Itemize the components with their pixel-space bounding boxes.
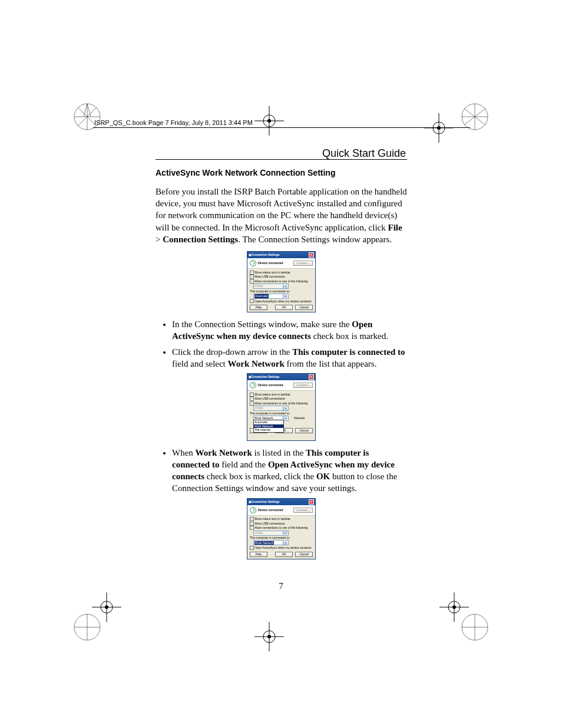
list-item: In the Connection Settings window, make …: [172, 318, 407, 342]
svg-point-16: [433, 122, 445, 134]
open-on-connect-label: Open ActiveSync when my device connects: [254, 299, 312, 304]
allow-conn-checkbox[interactable]: ✓: [250, 401, 254, 406]
connect-button[interactable]: Connect...: [293, 508, 313, 513]
device-status: Device connected: [258, 383, 283, 387]
sync-icon: [250, 382, 256, 388]
dialog-title: Connection Settings: [251, 500, 280, 504]
allow-conn-label: Allow connections to one of the followin…: [254, 279, 308, 284]
open-on-connect-checkbox[interactable]: ✓: [250, 546, 254, 550]
show-status-label: Show status icon in taskbar: [254, 517, 290, 521]
dialog-title: Connection Settings: [251, 375, 280, 379]
dialog-header: Device connected Connect...: [247, 258, 315, 269]
dropdown-option-the-internet[interactable]: The Internet: [254, 428, 283, 432]
help-button[interactable]: Help: [250, 552, 267, 557]
connection-settings-dialog-2: ◉ Connection Settings × Device connected…: [247, 373, 316, 441]
cancel-button[interactable]: Cancel: [295, 552, 313, 557]
svg-point-30: [448, 601, 460, 613]
connected-to-label: This computer is connected to:: [250, 411, 313, 416]
crop-mark-decoration: [73, 613, 101, 641]
allow-usb-label: Allow USB connections: [254, 397, 285, 401]
title-rule: [156, 159, 407, 160]
registration-mark-icon: [92, 592, 121, 622]
show-status-checkbox[interactable]: ✓: [250, 517, 254, 521]
svg-point-23: [462, 614, 488, 640]
allow-usb-label: Allow USB connections: [254, 275, 285, 279]
page-meta-line: ISRP_QS_C.book Page 7 Friday, July 8, 20…: [94, 119, 253, 126]
device-status: Device connected: [258, 508, 283, 512]
svg-point-20: [74, 614, 100, 640]
registration-mark-icon: [254, 106, 284, 136]
side-label: Network: [294, 416, 305, 420]
allow-usb-checkbox[interactable]: ✓: [250, 522, 254, 526]
registration-mark-icon: [439, 592, 469, 622]
registration-mark-icon: [254, 622, 284, 651]
open-on-connect-checkbox[interactable]: ✓: [250, 299, 254, 303]
bullet-list-2: When Work Network is listed in the This …: [161, 447, 407, 495]
connect-button[interactable]: Connect...: [293, 261, 313, 266]
allow-usb-checkbox[interactable]: ✓: [250, 275, 254, 279]
sync-icon: [250, 507, 256, 513]
connected-to-combo[interactable]: Automatic▾: [253, 294, 289, 299]
svg-point-33: [452, 605, 456, 609]
svg-point-19: [437, 126, 441, 130]
svg-point-12: [263, 115, 275, 127]
chevron-down-icon: ▾: [283, 407, 287, 410]
content-area: ActiveSync Work Network Connection Setti…: [156, 165, 407, 565]
svg-line-5: [87, 104, 91, 117]
sync-icon: [250, 260, 256, 266]
show-status-checkbox[interactable]: ✓: [250, 393, 254, 397]
crop-mark-decoration: [461, 103, 489, 131]
svg-point-37: [267, 635, 271, 638]
connected-to-dropdown-list[interactable]: Automatic Work Network The Internet: [253, 420, 284, 433]
chevron-down-icon: ▾: [283, 285, 287, 288]
allow-conn-checkbox[interactable]: ✓: [250, 279, 254, 284]
dialog-header: Device connected Connect...: [247, 380, 315, 391]
section-heading: ActiveSync Work Network Connection Setti…: [156, 167, 407, 179]
intro-paragraph: Before you install the ISRP Batch Portab…: [156, 186, 407, 245]
help-button[interactable]: Help: [250, 305, 267, 310]
close-icon[interactable]: ×: [309, 252, 314, 258]
svg-point-29: [105, 605, 108, 609]
ok-button[interactable]: OK: [275, 552, 293, 557]
ok-button[interactable]: OK: [275, 305, 293, 310]
dialog-titlebar: ◉ Connection Settings ×: [247, 252, 315, 258]
allow-usb-label: Allow USB connections: [254, 522, 285, 526]
close-icon[interactable]: ×: [309, 499, 314, 505]
allow-conn-label: Allow connections to one of the followin…: [254, 526, 308, 530]
crop-mark-decoration: [461, 613, 489, 641]
list-item: Click the drop-down arrow in the This co…: [172, 346, 407, 370]
connection-settings-dialog-3: ◉ Connection Settings × Device connected…: [247, 498, 316, 559]
connected-to-combo[interactable]: Work Network▾: [253, 540, 289, 545]
connect-button[interactable]: Connect...: [293, 383, 313, 388]
connected-to-label: This computer is connected to:: [250, 536, 313, 540]
list-item: When Work Network is listed in the This …: [172, 447, 407, 495]
svg-line-11: [464, 108, 485, 125]
allow-conn-checkbox[interactable]: ✓: [250, 526, 254, 530]
dialog-header: Device connected Connect...: [247, 505, 315, 516]
chevron-down-icon: ▾: [283, 294, 287, 298]
chevron-down-icon: ▾: [283, 541, 287, 545]
svg-point-15: [267, 119, 271, 123]
registration-mark-icon: [424, 113, 454, 143]
com-port-combo[interactable]: COM1▾: [253, 531, 289, 536]
dropdown-option-automatic[interactable]: Automatic: [254, 420, 283, 424]
cancel-button[interactable]: Cancel: [295, 305, 313, 310]
cancel-button[interactable]: Cancel: [295, 428, 313, 433]
com-port-combo[interactable]: COM1▾: [253, 284, 289, 289]
meta-rule: [93, 127, 470, 128]
show-status-label: Show status icon in taskbar: [254, 393, 290, 397]
chevron-down-icon: ▾: [283, 531, 287, 535]
close-icon[interactable]: ×: [309, 374, 314, 380]
allow-usb-checkbox[interactable]: ✓: [250, 397, 254, 401]
com-port-combo[interactable]: COM1▾: [253, 406, 289, 411]
svg-point-26: [101, 601, 113, 613]
bullet-list-1: In the Connection Settings window, make …: [161, 318, 407, 370]
open-on-connect-label: Open ActiveSync when my device connects: [254, 546, 312, 550]
dropdown-option-work-network[interactable]: Work Network: [254, 424, 283, 429]
show-status-checkbox[interactable]: ✓: [250, 271, 254, 275]
show-status-label: Show status icon in taskbar: [254, 271, 290, 275]
dialog-title: Connection Settings: [251, 253, 280, 257]
dialog-titlebar: ◉ Connection Settings ×: [247, 374, 315, 380]
svg-line-6: [84, 104, 87, 117]
page-title: Quick Start Guide: [322, 147, 406, 160]
